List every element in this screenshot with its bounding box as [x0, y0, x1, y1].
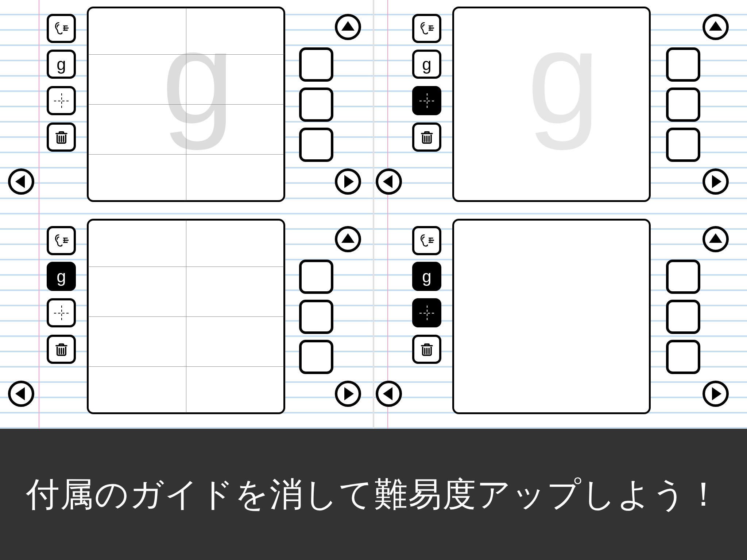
practice-canvas[interactable] [452, 219, 651, 414]
clear-button[interactable] [412, 122, 441, 152]
clear-button[interactable] [412, 335, 441, 364]
nav-prev-button[interactable] [8, 381, 34, 407]
chevron-up-icon [709, 21, 722, 31]
nav-next-button[interactable] [703, 381, 729, 407]
letter-hint-button[interactable]: g [412, 262, 441, 291]
grid-toggle-button[interactable] [412, 86, 441, 115]
guideline-dotted [186, 8, 186, 200]
caption-text: 付属のガイドを消して難易度アップしよう！ [26, 472, 721, 517]
letter-hint-button[interactable]: g [47, 50, 76, 79]
chevron-up-icon [341, 233, 355, 243]
slot-button-3[interactable] [299, 340, 333, 374]
letter-hint-label: g [57, 267, 66, 286]
letter-hint-label: g [57, 54, 66, 74]
caption-bar: 付属のガイドを消して難易度アップしよう！ [0, 429, 747, 560]
grid-icon [419, 306, 434, 320]
panel-bottom-left: g [0, 212, 374, 424]
grid-icon [54, 93, 69, 108]
slot-button-2[interactable] [299, 88, 333, 122]
listen-button[interactable] [412, 226, 441, 255]
grid-toggle-button[interactable] [47, 298, 76, 327]
practice-canvas[interactable]: g [87, 7, 285, 202]
chevron-up-icon [341, 21, 355, 31]
chevron-left-icon [383, 175, 392, 188]
letter-hint-button[interactable]: g [412, 50, 441, 79]
chevron-right-icon [344, 175, 354, 188]
ghost-letter: g [527, 7, 600, 153]
slot-button-2[interactable] [666, 300, 700, 334]
nav-prev-button[interactable] [8, 168, 34, 195]
nav-up-button[interactable] [335, 226, 361, 252]
letter-hint-label: g [422, 54, 431, 74]
panel-top-right: g g [374, 0, 747, 212]
slot-button-3[interactable] [666, 128, 700, 162]
nav-up-button[interactable] [703, 226, 729, 252]
slot-button-1[interactable] [299, 47, 333, 82]
listen-button[interactable] [412, 14, 441, 43]
guideline-dotted [186, 221, 186, 412]
nav-next-button[interactable] [335, 381, 361, 407]
slot-button-1[interactable] [666, 260, 700, 294]
grid-icon [419, 93, 434, 108]
clear-button[interactable] [47, 122, 76, 152]
nav-prev-button[interactable] [376, 381, 402, 407]
grid-icon [54, 306, 69, 320]
grid-toggle-button[interactable] [47, 86, 76, 115]
ghost-letter: g [162, 7, 235, 153]
chevron-left-icon [15, 175, 25, 188]
slot-button-3[interactable] [666, 340, 700, 374]
listen-button[interactable] [47, 226, 76, 255]
practice-canvas[interactable]: g [452, 7, 651, 202]
chevron-right-icon [344, 387, 354, 400]
clear-button[interactable] [47, 335, 76, 364]
slot-button-1[interactable] [666, 47, 700, 82]
practice-canvas[interactable] [87, 219, 285, 414]
grid-toggle-button[interactable] [412, 298, 441, 327]
listen-button[interactable] [47, 14, 76, 43]
chevron-up-icon [709, 233, 722, 243]
panel-bottom-right: g [374, 212, 747, 424]
slot-button-2[interactable] [299, 300, 333, 334]
nav-up-button[interactable] [335, 14, 361, 40]
letter-hint-button[interactable]: g [47, 262, 76, 291]
letter-hint-label: g [422, 267, 431, 286]
chevron-right-icon [712, 175, 721, 188]
nav-next-button[interactable] [335, 168, 361, 195]
slot-button-2[interactable] [666, 88, 700, 122]
chevron-left-icon [15, 387, 25, 400]
nav-next-button[interactable] [703, 168, 729, 195]
chevron-left-icon [383, 387, 392, 400]
chevron-right-icon [712, 387, 721, 400]
nav-prev-button[interactable] [376, 168, 402, 195]
nav-up-button[interactable] [703, 14, 729, 40]
slot-button-3[interactable] [299, 128, 333, 162]
slot-button-1[interactable] [299, 260, 333, 294]
